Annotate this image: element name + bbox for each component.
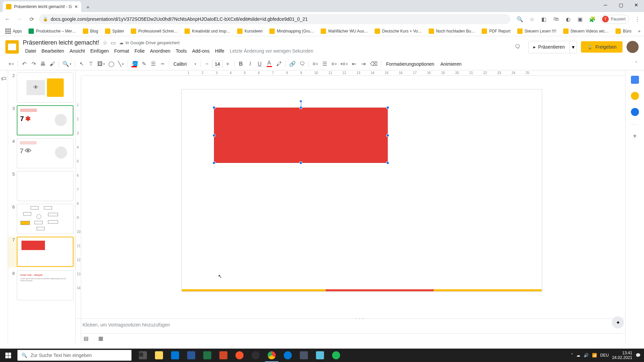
align-button[interactable]: ≡▾ [311, 60, 320, 68]
undo-button[interactable]: ↶ [20, 60, 29, 68]
url-input[interactable]: 🔒 docs.google.com/presentation/d/1yV372S… [39, 14, 511, 24]
start-button[interactable] [0, 349, 16, 362]
font-size-increase[interactable]: + [223, 60, 232, 68]
bookmark-item[interactable]: Professionell Schrei… [128, 27, 180, 35]
menu-tools[interactable]: Tools [173, 47, 189, 55]
minimize-button[interactable]: ─ [598, 0, 613, 10]
indent-decrease-button[interactable]: ⇤ [350, 60, 359, 68]
horizontal-ruler[interactable]: 1 2 3 4 5 6 7 8 9 10 11 12 13 14 15 16 1… [82, 70, 644, 76]
bulleted-list-button[interactable]: •≡▾ [339, 60, 349, 68]
textbox-tool[interactable]: ⊤ [87, 60, 95, 68]
browser-tab[interactable]: Präsentieren leicht gemacht! - G ✕ [3, 1, 81, 12]
file-explorer-button[interactable] [151, 349, 167, 362]
notepad-button[interactable] [312, 349, 328, 362]
selected-rectangle-shape[interactable] [214, 108, 388, 163]
resize-handle-sw[interactable] [213, 162, 215, 164]
format-options-button[interactable]: Formatierungsoptionen [383, 61, 437, 67]
menu-addons[interactable]: Add-ons [190, 47, 212, 55]
obs-button[interactable] [248, 349, 264, 362]
link-button[interactable]: 🔗 [288, 60, 297, 68]
slide-thumbnail-2[interactable]: 👁 [17, 72, 73, 103]
menu-edit[interactable]: Bearbeiten [39, 47, 67, 55]
bookmark-item[interactable]: Blog [80, 27, 101, 35]
extensions-puzzle-icon[interactable]: 🧩 [588, 15, 596, 23]
browser-menu-icon[interactable]: ⋮ [633, 15, 641, 23]
numbered-list-button[interactable]: ≡▾ [330, 60, 338, 68]
bookmark-item[interactable]: Später [102, 27, 127, 35]
word-button[interactable] [183, 349, 199, 362]
thumbnail-panel[interactable]: 2👁 37✱ 47👁 5 6 7 8Erste Folie – Beispiel… [8, 70, 76, 343]
resize-handle-ne[interactable] [386, 106, 389, 109]
tray-onedrive-icon[interactable]: ☁ [576, 353, 580, 358]
move-folder-icon[interactable]: ▭ [111, 40, 116, 46]
star-icon[interactable]: ☆ [103, 40, 107, 46]
user-avatar[interactable] [627, 41, 639, 53]
edge-button[interactable] [280, 349, 296, 362]
rotate-handle[interactable] [300, 100, 302, 103]
drag-handle-icon[interactable]: • • • [356, 317, 364, 320]
chrome-button[interactable] [264, 349, 280, 362]
bookmark-item[interactable]: Deutsche Kurs + Vo… [372, 27, 424, 35]
bookmark-item[interactable]: Noch hochladen Bu… [426, 27, 478, 35]
star-bookmark-icon[interactable]: ☆ [528, 15, 536, 23]
resize-handle-n[interactable] [300, 106, 302, 109]
comments-button[interactable]: 🗨 [511, 40, 524, 54]
animate-button[interactable]: Animieren [438, 61, 464, 67]
bookmark-overflow[interactable]: » [635, 27, 643, 35]
bookmark-item[interactable]: PDF Report [479, 27, 513, 35]
calendar-addon-icon[interactable] [631, 76, 639, 84]
zoom-button[interactable]: 🔍▾ [61, 60, 73, 68]
edge-legacy-button[interactable] [167, 349, 183, 362]
speaker-notes[interactable]: • • • Klicken, um Vortragsnotizen hinzuz… [76, 318, 644, 333]
tray-notifications-icon[interactable]: 💬 [636, 353, 641, 358]
clear-format-button[interactable]: ⌫ [369, 60, 379, 68]
resize-handle-e[interactable] [386, 134, 389, 137]
menu-view[interactable]: Ansicht [67, 47, 87, 55]
reload-button[interactable]: ⟳ [27, 14, 36, 24]
tray-volume-icon[interactable]: 🔊 [584, 353, 589, 358]
slide-thumbnail-3[interactable]: 7✱ [17, 105, 73, 135]
save-status[interactable]: ☁ In Google Drive gespeichert [119, 40, 179, 45]
bookmark-item[interactable]: Produktsuche – Mer… [26, 27, 78, 35]
menu-arrange[interactable]: Anordnen [148, 47, 173, 55]
highlight-button[interactable]: 🖍 [275, 60, 283, 68]
spotify-button[interactable] [328, 349, 344, 362]
underline-button[interactable]: U [255, 60, 264, 68]
tasks-addon-icon[interactable] [631, 108, 639, 116]
cast-icon[interactable]: ▣ [576, 15, 584, 23]
bookmark-item[interactable]: Mindmapping (Gru… [267, 27, 317, 35]
present-button[interactable]: ▸ Präsentieren [528, 41, 570, 53]
bookmark-item[interactable]: Kreativität und Insp… [182, 27, 233, 35]
taskbar-search[interactable]: 🔍 Zur Suche Text hier eingeben [17, 350, 131, 361]
share-button[interactable]: 🔒 Freigeben [581, 41, 623, 53]
slide-canvas[interactable] [181, 89, 542, 292]
document-title[interactable]: Präsentieren leicht gemacht! [23, 39, 99, 46]
maximize-button[interactable]: ▢ [613, 0, 629, 10]
tray-clock[interactable]: 13:41 24.02.2021 [612, 351, 632, 360]
line-tool[interactable]: ╲▾ [116, 60, 125, 68]
reader-icon[interactable]: ◧ [540, 15, 548, 23]
tray-language[interactable]: DEU [600, 353, 609, 358]
bookmark-item[interactable]: Büro [613, 27, 634, 35]
slide-thumbnail-6[interactable] [17, 204, 73, 234]
menu-slide[interactable]: Folie [132, 47, 147, 55]
image-tool[interactable]: 🖼▾ [96, 60, 106, 68]
bookmark-item[interactable]: Steuern Lesen !!!! [515, 27, 559, 35]
menu-format[interactable]: Format [112, 47, 131, 55]
italic-button[interactable]: I [246, 60, 255, 68]
font-family-select[interactable]: Calibri▾ [171, 61, 198, 67]
border-dash-button[interactable]: ┅ [158, 60, 167, 68]
slide-thumbnail-4[interactable]: 7👁 [17, 138, 73, 168]
tray-wifi-icon[interactable]: 📶 [592, 353, 597, 358]
incognito-icon[interactable]: ◐ [564, 15, 572, 23]
tag-icon[interactable]: 🏷 [1, 76, 7, 82]
resize-handle-nw[interactable] [213, 106, 215, 109]
select-tool[interactable]: ↖ [77, 60, 86, 68]
present-dropdown[interactable]: ▾ [570, 41, 577, 53]
border-weight-button[interactable]: ☰ [149, 60, 158, 68]
menu-file[interactable]: Datei [23, 47, 39, 55]
fill-color-button[interactable]: 🪣 [129, 60, 139, 68]
slide-thumbnail-7[interactable] [17, 237, 73, 267]
bookmark-apps[interactable]: Apps [3, 27, 24, 35]
close-tab-icon[interactable]: ✕ [74, 4, 78, 9]
